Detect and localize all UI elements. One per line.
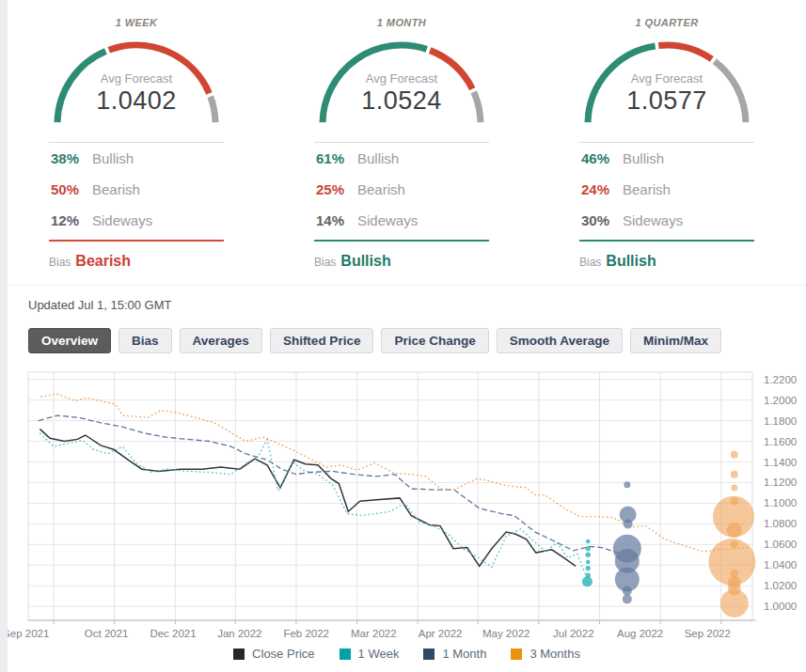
svg-text:Dec 2021: Dec 2021 [150,628,196,639]
forecast-column-1quarter: 1 QUARTER Avg Forecast 1.0577 46% Bullis… [579,17,754,270]
chart-grid: 1.22001.20001.18001.16001.14001.12001.10… [28,372,797,624]
avg-forecast-label: Avg Forecast [584,71,750,86]
tab-bias[interactable]: Bias [119,328,172,353]
svg-text:Apr 2022: Apr 2022 [419,628,463,639]
gauge-1month: Avg Forecast 1.0524 [319,38,484,128]
legend-item-3-months[interactable]: 3 Months [511,647,579,661]
tab-shifted-price[interactable]: Shifted Price [270,328,374,353]
sentiment-pct: 14% [316,212,357,228]
period-label: 1 WEEK [49,17,224,28]
legend-item-1-week[interactable]: 1 Week [340,647,400,661]
svg-text:1.1600: 1.1600 [764,436,797,447]
bias-value: Bullish [606,253,656,270]
svg-text:Aug 2022: Aug 2022 [617,628,663,639]
gauge-1week: Avg Forecast 1.0402 [54,38,219,128]
chart-bubbles-1-month[interactable] [613,481,641,603]
bias-label: Bias [314,256,336,269]
avg-forecast-value: 1.0577 [584,86,750,116]
svg-text:1.2200: 1.2200 [764,374,797,385]
svg-text:1.0400: 1.0400 [764,559,797,570]
sentiment-row: 14% Sideways [314,205,489,236]
svg-text:1.0800: 1.0800 [764,518,797,529]
chart-bubbles-3-months[interactable] [708,451,755,617]
chart-series-3-months [40,394,751,552]
sentiment-label: Bullish [92,150,134,166]
bias-row: Bias Bullish [579,253,754,270]
svg-text:1.0600: 1.0600 [764,539,797,550]
tab-minim-max[interactable]: Minim/Max [630,328,721,353]
sentiment-row: 61% Bullish [314,143,489,174]
avg-forecast-label: Avg Forecast [54,71,219,86]
svg-text:1.1200: 1.1200 [764,477,797,488]
legend-swatch [340,649,351,660]
svg-text:Jan 2022: Jan 2022 [217,628,261,639]
sentiment-pct: 30% [581,212,623,228]
sentiment-row: 38% Bullish [49,143,224,174]
avg-forecast-value: 1.0402 [54,86,219,116]
svg-text:1.0000: 1.0000 [764,601,797,612]
bias-value: Bearish [75,253,131,270]
sentiment-pct: 61% [316,150,357,166]
legend-item-1-month[interactable]: 1 Month [423,647,486,661]
legend-swatch [423,649,435,660]
period-label: 1 MONTH [314,17,489,28]
forecast-chart[interactable]: 1.22001.20001.18001.16001.14001.12001.10… [8,365,806,647]
chart-legend: Close Price 1 Week 1 Month 3 Months [8,647,806,661]
svg-text:Sep 2021: Sep 2021 [8,628,49,639]
chart-x-axis-labels: Sep 2021Oct 2021Dec 2021Jan 2022Feb 2022… [8,628,731,639]
bias-divider [314,240,489,242]
sentiment-label: Bearish [623,181,671,197]
svg-text:Sep 2022: Sep 2022 [685,628,731,639]
tab-averages[interactable]: Averages [180,328,262,353]
forecast-column-1week: 1 WEEK Avg Forecast 1.0402 38% Bullish 5… [49,17,224,270]
svg-text:Oct 2021: Oct 2021 [85,628,129,639]
sentiment-pct: 25% [316,181,357,197]
legend-swatch [233,649,245,660]
svg-text:May 2022: May 2022 [482,628,530,639]
sentiment-pct: 46% [581,150,623,166]
sentiment-row: 50% Bearish [49,174,224,205]
svg-text:1.2000: 1.2000 [764,395,797,406]
svg-text:Feb 2022: Feb 2022 [283,628,329,639]
updated-timestamp: Updated Jul 1, 15:00 GMT [28,298,806,312]
sentiment-row: 30% Sideways [579,205,754,236]
bias-value: Bullish [340,253,390,270]
bias-row: Bias Bearish [49,253,224,270]
sentiment-row: 46% Bullish [579,143,754,174]
tab-smooth-average[interactable]: Smooth Average [497,328,623,353]
svg-text:1.1400: 1.1400 [764,457,797,468]
forecast-poll-widget: 1 WEEK Avg Forecast 1.0402 38% Bullish 5… [8,0,806,661]
sentiment-label: Bullish [623,150,664,166]
sentiment-pct: 50% [51,181,92,197]
chart-area: 1.22001.20001.18001.16001.14001.12001.10… [8,365,806,661]
sentiment-label: Bullish [357,150,399,166]
legend-label: 1 Month [442,647,486,661]
bias-divider [579,240,754,242]
legend-item-close-price[interactable]: Close Price [233,647,314,661]
sentiment-pct: 38% [51,150,92,166]
legend-swatch [511,649,522,660]
page-left-gutter [0,0,8,672]
forecast-column-1month: 1 MONTH Avg Forecast 1.0524 61% Bullish … [314,17,489,270]
svg-text:Jul 2022: Jul 2022 [553,628,593,639]
legend-label: 1 Week [358,647,400,661]
sentiment-label: Bearish [92,181,140,197]
forecast-poll-panel: 1 WEEK Avg Forecast 1.0402 38% Bullish 5… [8,0,806,270]
tab-price-change[interactable]: Price Change [381,328,488,353]
sentiment-label: Bearish [357,181,405,197]
avg-forecast-label: Avg Forecast [319,71,484,86]
svg-text:1.0200: 1.0200 [764,580,797,591]
sentiment-pct: 24% [581,181,623,197]
bias-row: Bias Bullish [314,253,489,270]
period-label: 1 QUARTER [579,17,754,28]
bias-label: Bias [49,256,71,269]
tab-overview[interactable]: Overview [28,328,111,353]
svg-text:Mar 2022: Mar 2022 [351,628,397,639]
bias-label: Bias [579,256,601,269]
legend-label: Close Price [252,647,314,661]
sentiment-pct: 12% [51,212,92,228]
sentiment-row: 12% Sideways [49,205,224,236]
section-divider [8,285,806,286]
svg-text:1.1000: 1.1000 [764,497,797,508]
sentiment-label: Sideways [357,212,418,228]
